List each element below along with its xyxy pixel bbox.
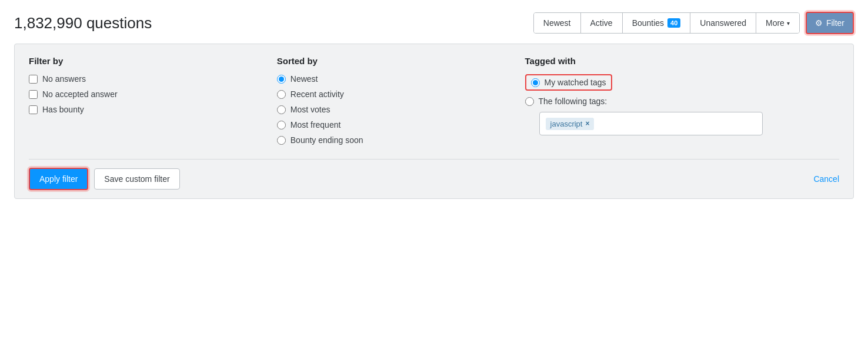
tag-following[interactable]: The following tags:	[525, 97, 839, 106]
tag-following-radio[interactable]	[525, 97, 534, 106]
tag-chip-javascript-label: javascript	[550, 119, 583, 128]
sorted-by-col: Sorted by Newest Recent activity Most vo…	[277, 56, 525, 145]
filter-by-title: Filter by	[29, 56, 253, 66]
filter-by-col: Filter by No answers No accepted answer …	[29, 56, 277, 145]
filter-button[interactable]: ⚙ Filter	[806, 12, 854, 34]
tag-chip-javascript: javascript ×	[546, 118, 595, 130]
bounties-badge: 40	[667, 18, 680, 28]
tagged-with-col: Tagged with My watched tags The followin…	[525, 56, 839, 145]
sorted-by-title: Sorted by	[277, 56, 502, 66]
filter-body: Filter by No answers No accepted answer …	[29, 56, 839, 159]
filter-no-accepted-checkbox[interactable]	[29, 90, 38, 99]
filter-has-bounty[interactable]: Has bounty	[29, 105, 253, 114]
filter-no-accepted[interactable]: No accepted answer	[29, 89, 253, 99]
sorted-by-options: Newest Recent activity Most votes Most f…	[277, 74, 502, 145]
tab-newest[interactable]: Newest	[534, 13, 581, 33]
filter-no-answers-label: No answers	[42, 74, 86, 84]
filter-footer: Apply filter Save custom filter Cancel	[29, 159, 839, 198]
tab-more-label: More	[766, 18, 784, 28]
nav-and-filter: Newest Active Bounties 40 Unanswered Mor…	[533, 12, 854, 34]
sort-most-votes-label: Most votes	[291, 105, 330, 114]
tags-input-box[interactable]: javascript ×	[539, 112, 763, 135]
header-row: 1,832,990 questions Newest Active Bounti…	[14, 12, 854, 34]
apply-filter-button[interactable]: Apply filter	[29, 168, 88, 190]
sort-most-frequent-radio[interactable]	[277, 121, 286, 129]
tab-more[interactable]: More ▾	[756, 13, 799, 33]
sort-most-votes[interactable]: Most votes	[277, 105, 502, 114]
sort-most-votes-radio[interactable]	[277, 105, 286, 114]
tag-chip-javascript-remove[interactable]: ×	[585, 119, 589, 128]
gear-icon: ⚙	[815, 18, 823, 28]
tagged-with-title: Tagged with	[525, 56, 839, 66]
filter-by-options: No answers No accepted answer Has bounty	[29, 74, 253, 114]
sort-recent-activity[interactable]: Recent activity	[277, 89, 502, 99]
tag-my-watched-radio[interactable]	[531, 78, 540, 87]
filter-has-bounty-label: Has bounty	[42, 105, 84, 114]
cancel-button[interactable]: Cancel	[813, 169, 839, 189]
sort-newest-radio[interactable]	[277, 75, 286, 84]
tag-following-label: The following tags:	[539, 97, 607, 106]
filter-no-accepted-label: No accepted answer	[42, 89, 118, 99]
question-count: 1,832,990 questions	[14, 14, 152, 32]
save-custom-filter-button[interactable]: Save custom filter	[94, 168, 179, 190]
filter-button-label: Filter	[826, 18, 844, 28]
chevron-down-icon: ▾	[787, 20, 790, 26]
tab-bounties[interactable]: Bounties 40	[623, 13, 691, 33]
tab-active[interactable]: Active	[581, 13, 623, 33]
sort-recent-activity-label: Recent activity	[291, 89, 344, 99]
sort-bounty-ending-radio[interactable]	[277, 136, 286, 145]
sort-newest[interactable]: Newest	[277, 74, 502, 84]
sort-most-frequent[interactable]: Most frequent	[277, 120, 502, 129]
sort-newest-label: Newest	[291, 74, 318, 84]
tab-unanswered[interactable]: Unanswered	[690, 13, 756, 33]
tag-my-watched[interactable]: My watched tags	[525, 74, 839, 91]
tag-my-watched-label: My watched tags	[545, 78, 606, 87]
sort-bounty-ending[interactable]: Bounty ending soon	[277, 135, 502, 145]
sort-most-frequent-label: Most frequent	[291, 120, 341, 129]
filter-no-answers[interactable]: No answers	[29, 74, 253, 84]
sort-bounty-ending-label: Bounty ending soon	[291, 135, 363, 145]
tagged-with-options: My watched tags The following tags:	[525, 74, 839, 106]
filter-panel: Filter by No answers No accepted answer …	[14, 44, 854, 199]
tab-group: Newest Active Bounties 40 Unanswered Mor…	[533, 12, 800, 34]
filter-no-answers-checkbox[interactable]	[29, 75, 38, 84]
my-watched-tags-outline: My watched tags	[525, 74, 612, 91]
sort-recent-activity-radio[interactable]	[277, 90, 286, 99]
tab-bounties-label: Bounties	[632, 18, 664, 28]
filter-has-bounty-checkbox[interactable]	[29, 105, 38, 114]
